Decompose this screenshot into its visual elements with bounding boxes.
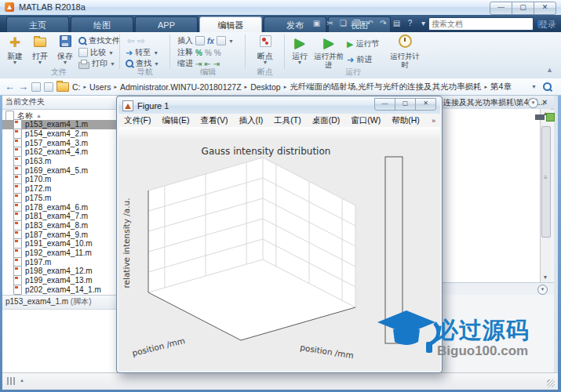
- wrap-comment-icon[interactable]: %: [214, 49, 221, 57]
- file-list-item[interactable]: p181_exam4_7.m: [2, 212, 116, 221]
- breadcrumb-segment[interactable]: 第4章: [490, 82, 512, 93]
- forward-arrow-icon[interactable]: ⇨: [137, 35, 145, 46]
- scroll-down-icon[interactable]: ▼: [541, 273, 550, 282]
- login-link[interactable]: 登录: [539, 19, 556, 31]
- ribbon-tab-绘图[interactable]: 绘图: [71, 16, 133, 32]
- file-list-item[interactable]: p162_exam4_4.m: [2, 147, 116, 157]
- goto-button[interactable]: ➜ 转至▼: [126, 47, 158, 58]
- file-list-item[interactable]: p153_exam4_1.m: [2, 120, 116, 129]
- comment-icon[interactable]: %: [195, 49, 202, 57]
- up-one-level-icon[interactable]: [31, 82, 41, 92]
- close-button[interactable]: ✕: [534, 2, 556, 15]
- figure-titlebar[interactable]: Figure 1 — ▢ ✕: [118, 98, 440, 114]
- breakpoints-button[interactable]: 断点▼: [251, 34, 279, 65]
- nav-forward-icon[interactable]: →: [18, 81, 28, 93]
- open-button[interactable]: 打开▼: [28, 34, 52, 65]
- run-advance-button[interactable]: ▶ 运行并前进: [314, 34, 344, 69]
- file-list-item[interactable]: p178_exam4_6.m: [2, 202, 116, 212]
- figure-close-button[interactable]: ✕: [415, 98, 436, 111]
- file-list-item[interactable]: p187_exam4_9.m: [2, 230, 116, 239]
- new-plus-icon: ✚: [3, 34, 27, 52]
- file-list-item[interactable]: p154_exam4_2.m: [2, 129, 116, 139]
- file-list-item[interactable]: p198_exam4_12.m: [2, 267, 116, 276]
- copy-icon[interactable]: ❏: [337, 17, 349, 29]
- insert-fx-icon[interactable]: fx: [207, 37, 214, 45]
- address-bar: ← → C:▸Users▸Administrator.WIN7U-2018012…: [0, 78, 561, 96]
- status-grip-caret-icon[interactable]: ▲: [20, 378, 24, 383]
- new-script-button[interactable]: ✚ 新建▼: [3, 34, 27, 65]
- redo-icon[interactable]: ↷: [377, 17, 389, 29]
- uncomment-icon[interactable]: %: [205, 49, 212, 57]
- address-dropdown-icon[interactable]: ▼: [531, 84, 537, 89]
- nav-back-icon[interactable]: ←: [5, 81, 15, 93]
- back-arrow-icon[interactable]: ⇦: [127, 35, 135, 46]
- file-detail-bar[interactable]: p153_exam4_1.m (脚本): [2, 295, 116, 310]
- comment-row[interactable]: 注释 % % %: [177, 47, 221, 58]
- file-list-item[interactable]: p199_exam4_13.m: [2, 276, 116, 285]
- run-section-button[interactable]: ▶ 运行节: [347, 38, 379, 49]
- window-controls: — ▢ ✕: [490, 2, 556, 15]
- menu-overflow-icon[interactable]: »: [432, 117, 440, 125]
- current-folder-title[interactable]: 当前文件夹: [2, 96, 116, 110]
- insert-row[interactable]: 插入 fx ▼: [177, 35, 234, 46]
- ribbon-collapse-icon[interactable]: ▲: [546, 66, 553, 74]
- find-files-button[interactable]: 查找文件: [78, 35, 120, 46]
- insert-section-icon[interactable]: [195, 36, 205, 45]
- run-time-clock-icon: [389, 34, 421, 52]
- insert-annotation-icon[interactable]: [217, 36, 226, 45]
- minimize-button[interactable]: —: [490, 2, 512, 15]
- file-list-item[interactable]: p170.m: [2, 175, 116, 184]
- new-window-icon[interactable]: ▤: [391, 17, 403, 29]
- dropdown-arrow-icon[interactable]: ▾: [417, 17, 429, 29]
- lower-panel-dropdown-icon[interactable]: ▼: [537, 285, 548, 295]
- ribbon-tab-row: 主页绘图APP编辑器发布视图 ▣✂❏❐↶↷▤?▾ 登录: [0, 15, 561, 32]
- breadcrumb-segment[interactable]: C:: [72, 82, 81, 92]
- browse-folder-icon[interactable]: [44, 82, 53, 92]
- editor-tab-dropdown-icon[interactable]: ▼: [528, 98, 538, 108]
- help-icon[interactable]: ?: [404, 17, 416, 29]
- goto-icon: ➜: [126, 48, 133, 58]
- editor-tab-close-icon[interactable]: ×: [542, 97, 547, 107]
- breadcrumb-segment[interactable]: Administrator.WIN7U-20180127Z: [120, 82, 242, 92]
- run-button[interactable]: ▶ 运行▼: [289, 34, 311, 65]
- breadcrumb-segment[interactable]: 光纤端面的辐射场,光纤与光纤的连接及其光功率损耗: [290, 82, 481, 93]
- breadcrumb-segment[interactable]: Desktop: [250, 82, 281, 92]
- figure-minimize-button[interactable]: —: [374, 98, 395, 111]
- nav-back-forward[interactable]: ⇦ ⇨: [127, 35, 145, 46]
- cut-icon[interactable]: ✂: [324, 17, 336, 29]
- save-icon[interactable]: ▣: [311, 17, 322, 29]
- file-list-item[interactable]: p202_exam4_14_1.m: [2, 285, 116, 294]
- file-list-item[interactable]: p175.m: [2, 194, 116, 203]
- undo-icon[interactable]: ↶: [364, 17, 376, 29]
- status-grip-icon[interactable]: [7, 377, 16, 385]
- file-list-item[interactable]: p157_exam4_3.m: [2, 138, 116, 147]
- breadcrumb-segment[interactable]: Users: [89, 82, 111, 92]
- file-list-item[interactable]: p172.m: [2, 184, 116, 194]
- ribbon-tab-APP[interactable]: APP: [135, 16, 198, 32]
- code-analyzer-indicator[interactable]: [546, 113, 555, 122]
- compare-button[interactable]: 比较▼: [78, 47, 114, 58]
- run-time-button[interactable]: 运行并计时: [389, 34, 421, 69]
- save-button[interactable]: 保存▼: [53, 34, 77, 65]
- scrollbar-thumb[interactable]: [541, 126, 551, 238]
- paste-icon[interactable]: ❐: [351, 17, 362, 29]
- file-list-item[interactable]: p191_exam4_10.m: [2, 239, 116, 249]
- ribbon-tab-主页[interactable]: 主页: [6, 16, 69, 32]
- file-list-item[interactable]: p192_exam4_11.m: [2, 249, 116, 258]
- breadcrumb-separator-icon: ▸: [114, 84, 117, 90]
- editor-scrollbar[interactable]: ▲ ▼: [540, 109, 551, 282]
- file-list-item[interactable]: p163.m: [2, 157, 116, 166]
- file-name: p153_exam4_1.m: [25, 120, 88, 129]
- resize-grip-icon[interactable]: [547, 379, 555, 387]
- doc-search-box[interactable]: [428, 17, 534, 31]
- file-list-item[interactable]: p197.m: [2, 257, 116, 267]
- address-search-icon[interactable]: [543, 82, 552, 91]
- file-list-item[interactable]: p169_exam4_5.m: [2, 165, 116, 175]
- ribbon-tab-编辑器[interactable]: 编辑器: [199, 16, 262, 32]
- figure-maximize-button[interactable]: ▢: [395, 98, 416, 111]
- maximize-button[interactable]: ▢: [512, 2, 534, 15]
- file-list-item[interactable]: p183_exam4_8.m: [2, 221, 116, 230]
- edit-group-label: 编辑: [188, 67, 228, 78]
- doc-search-input[interactable]: [429, 20, 537, 28]
- advance-button[interactable]: ➜ 前进: [347, 54, 372, 65]
